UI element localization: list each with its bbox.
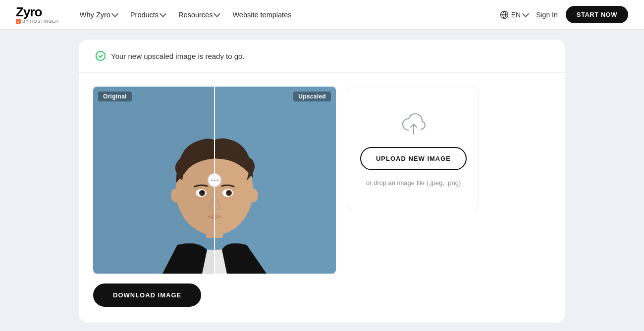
chevron-down-icon [214,10,220,17]
hostinger-icon: H [16,19,21,24]
download-image-button[interactable]: DOWNLOAD IMAGE [93,284,201,307]
nav-resources[interactable]: Resources [173,8,224,22]
language-selector[interactable]: EN [500,10,528,19]
success-message: Your new upscaled image is ready to go. [111,52,245,60]
comparison-handle[interactable] [208,173,221,187]
download-row: DOWNLOAD IMAGE [79,274,565,307]
logo-text: Zyro [16,5,59,18]
logo-sub: H BY HOSTINGER [16,19,59,24]
svg-rect-16 [93,87,215,274]
svg-text:H: H [17,20,19,23]
nav-links: Why Zyro Products Resources Website temp… [75,8,484,22]
logo[interactable]: Zyro H BY HOSTINGER [16,5,59,24]
svg-point-15 [248,189,258,202]
nav-why-zyro[interactable]: Why Zyro [75,8,122,22]
content-row: Original Upscaled [79,73,565,274]
chevron-down-icon [111,10,118,17]
page-content: Your new upscaled image is ready to go. … [0,30,644,331]
upload-new-image-button[interactable]: UPLOAD NEW IMAGE [360,147,467,170]
success-check-icon [95,50,106,61]
chevron-down-icon [522,10,529,17]
globe-icon [500,10,509,19]
signin-link[interactable]: Sign In [536,11,558,19]
original-label: Original [98,92,132,101]
nav-website-templates[interactable]: Website templates [227,8,296,22]
navbar: Zyro H BY HOSTINGER Why Zyro Products Re… [0,0,644,30]
start-now-button[interactable]: START NOW [566,6,628,23]
nav-right: EN Sign In START NOW [500,6,628,23]
success-banner: Your new upscaled image is ready to go. [79,40,565,73]
upscaled-label: Upscaled [293,92,331,101]
svg-point-3 [96,51,105,60]
svg-point-11 [226,190,232,196]
image-comparison: Original Upscaled [93,87,336,274]
drop-text: or drop an image file (.jpeg, .png) [366,179,461,187]
svg-point-13 [228,191,230,193]
upload-panel: UPLOAD NEW IMAGE or drop an image file (… [348,87,479,210]
main-card: Your new upscaled image is ready to go. … [79,40,565,323]
nav-products[interactable]: Products [125,8,170,22]
cloud-upload-icon [400,110,428,138]
chevron-down-icon [160,10,166,17]
